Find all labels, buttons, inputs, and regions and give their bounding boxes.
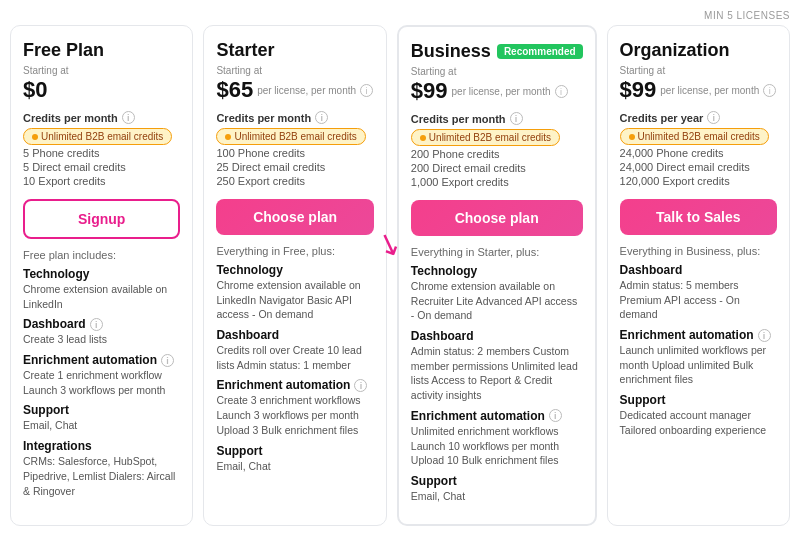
feature-section: DashboardAdmin status: 5 members Premium… <box>620 263 777 322</box>
plan-header: Organization <box>620 40 777 61</box>
starting-at-label: Starting at <box>620 65 777 76</box>
includes-label: Free plan includes: <box>23 249 180 261</box>
plan-card-organization: OrganizationStarting at$99per license, p… <box>607 25 790 526</box>
credit-item: 120,000 Export credits <box>620 175 777 187</box>
feature-desc: CRMs: Salesforce, HubSpot, Pipedrive, Le… <box>23 454 180 498</box>
feature-title-text: Technology <box>23 267 89 281</box>
includes-label: Everything in Free, plus: <box>216 245 373 257</box>
feature-desc: Unlimited enrichment workflows Launch 10… <box>411 424 583 468</box>
credits-section: Credits per yeariUnlimited B2B email cre… <box>620 111 777 187</box>
price-row: $99per license, per monthi <box>411 78 583 104</box>
unlimited-email-badge: Unlimited B2B email credits <box>411 129 560 146</box>
plan-card-starter: StarterStarting at$65per license, per mo… <box>203 25 386 526</box>
credits-label-text: Credits per month <box>216 112 311 124</box>
plans-grid: Free PlanStarting at$0Credits per monthi… <box>10 25 790 526</box>
plan-title: Organization <box>620 40 730 61</box>
includes-label: Everything in Business, plus: <box>620 245 777 257</box>
plan-header: Starter <box>216 40 373 61</box>
feature-title: Integrations <box>23 439 180 453</box>
feature-title-text: Enrichment automation <box>411 409 545 423</box>
feature-info-icon[interactable]: i <box>758 329 771 342</box>
feature-title: Enrichment automationi <box>23 353 180 367</box>
plan-title: Starter <box>216 40 274 61</box>
badge-dot <box>225 134 231 140</box>
feature-title: Enrichment automationi <box>620 328 777 342</box>
feature-desc: Admin status: 2 members Custom member pe… <box>411 344 583 403</box>
feature-section: IntegrationsCRMs: Salesforce, HubSpot, P… <box>23 439 180 498</box>
feature-desc: Create 3 lead lists <box>23 332 180 347</box>
feature-title: Dashboard <box>620 263 777 277</box>
credit-item: 24,000 Direct email credits <box>620 161 777 173</box>
cta-button-business[interactable]: Choose plan <box>411 200 583 236</box>
plan-title: Free Plan <box>23 40 104 61</box>
feature-title-text: Integrations <box>23 439 92 453</box>
price-amount: $65 <box>216 77 253 103</box>
credits-label-text: Credits per month <box>23 112 118 124</box>
feature-info-icon[interactable]: i <box>354 379 367 392</box>
feature-desc: Email, Chat <box>411 489 583 504</box>
cta-button-free[interactable]: Signup <box>23 199 180 239</box>
cta-button-starter[interactable]: Choose plan <box>216 199 373 235</box>
feature-desc: Dedicated account manager Tailored onboa… <box>620 408 777 437</box>
feature-info-icon[interactable]: i <box>90 318 103 331</box>
feature-section: SupportEmail, Chat <box>216 444 373 474</box>
feature-title-text: Technology <box>411 264 477 278</box>
unlimited-email-badge: Unlimited B2B email credits <box>620 128 769 145</box>
credits-section: Credits per monthiUnlimited B2B email cr… <box>216 111 373 187</box>
credits-info-icon[interactable]: i <box>510 112 523 125</box>
price-info-icon[interactable]: i <box>360 84 373 97</box>
price-amount: $99 <box>411 78 448 104</box>
feature-title: Support <box>620 393 777 407</box>
feature-title-text: Dashboard <box>23 317 86 331</box>
feature-title-text: Dashboard <box>216 328 279 342</box>
credits-label: Credits per monthi <box>216 111 373 124</box>
unlimited-email-badge: Unlimited B2B email credits <box>216 128 365 145</box>
cta-button-organization[interactable]: Talk to Sales <box>620 199 777 235</box>
credits-info-icon[interactable]: i <box>707 111 720 124</box>
credit-item: 5 Direct email credits <box>23 161 180 173</box>
plan-header: Free Plan <box>23 40 180 61</box>
recommended-badge: Recommended <box>497 44 583 59</box>
plan-header: BusinessRecommended <box>411 41 583 62</box>
feature-desc: Create 1 enrichment workflow Launch 3 wo… <box>23 368 180 397</box>
credits-info-icon[interactable]: i <box>315 111 328 124</box>
feature-title: Support <box>216 444 373 458</box>
feature-desc: Credits roll over Create 10 lead lists A… <box>216 343 373 372</box>
credit-item: 1,000 Export credits <box>411 176 583 188</box>
feature-title-text: Support <box>23 403 69 417</box>
feature-title: Support <box>411 474 583 488</box>
feature-title-text: Technology <box>216 263 282 277</box>
feature-section: DashboardiCreate 3 lead lists <box>23 317 180 347</box>
unlimited-email-badge: Unlimited B2B email credits <box>23 128 172 145</box>
feature-title: Support <box>23 403 180 417</box>
feature-title: Enrichment automationi <box>216 378 373 392</box>
price-row: $0 <box>23 77 180 103</box>
price-amount: $0 <box>23 77 47 103</box>
price-info-icon[interactable]: i <box>555 85 568 98</box>
feature-section: DashboardAdmin status: 2 members Custom … <box>411 329 583 403</box>
starting-at-label: Starting at <box>411 66 583 77</box>
feature-desc: Email, Chat <box>23 418 180 433</box>
badge-dot <box>32 134 38 140</box>
feature-info-icon[interactable]: i <box>161 354 174 367</box>
feature-title: Enrichment automationi <box>411 409 583 423</box>
credits-label: Credits per monthi <box>411 112 583 125</box>
starting-at-label: Starting at <box>23 65 180 76</box>
badge-text: Unlimited B2B email credits <box>234 131 356 142</box>
credit-item: 200 Direct email credits <box>411 162 583 174</box>
credit-item: 250 Export credits <box>216 175 373 187</box>
price-info-icon[interactable]: i <box>763 84 776 97</box>
price-row: $99per license, per monthi <box>620 77 777 103</box>
credits-info-icon[interactable]: i <box>122 111 135 124</box>
feature-title-text: Support <box>216 444 262 458</box>
credit-item: 200 Phone credits <box>411 148 583 160</box>
feature-info-icon[interactable]: i <box>549 409 562 422</box>
credits-label: Credits per monthi <box>23 111 180 124</box>
credits-section: Credits per monthiUnlimited B2B email cr… <box>411 112 583 188</box>
feature-desc: Admin status: 5 members Premium API acce… <box>620 278 777 322</box>
feature-title-text: Dashboard <box>411 329 474 343</box>
feature-title-text: Dashboard <box>620 263 683 277</box>
credit-item: 5 Phone credits <box>23 147 180 159</box>
badge-text: Unlimited B2B email credits <box>41 131 163 142</box>
feature-title: Dashboard <box>216 328 373 342</box>
